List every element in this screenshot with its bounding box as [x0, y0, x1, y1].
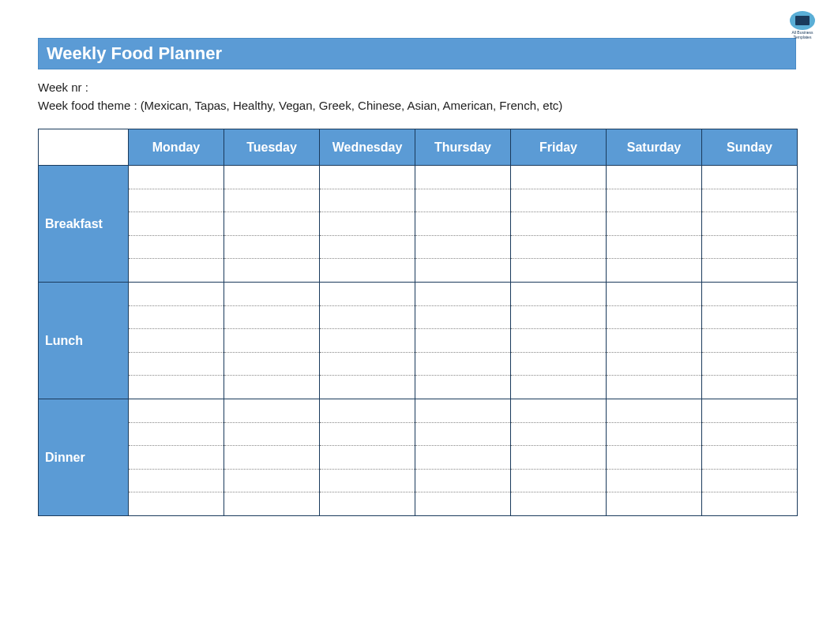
table-row-dinner: Dinner — [39, 399, 798, 516]
cell-breakfast-monday[interactable] — [129, 166, 224, 283]
cell-dinner-saturday[interactable] — [607, 399, 702, 516]
cell-lunch-monday[interactable] — [129, 283, 224, 399]
cell-dinner-sunday[interactable] — [702, 399, 798, 516]
table-row-breakfast: Breakfast — [39, 166, 798, 283]
cell-breakfast-thursday[interactable] — [415, 166, 511, 283]
day-header-sunday: Sunday — [702, 129, 798, 166]
theme-value[interactable]: (Mexican, Tapas, Healthy, Vegan, Greek, … — [141, 97, 563, 115]
meal-label-dinner: Dinner — [39, 399, 129, 516]
week-nr-label: Week nr : — [38, 79, 88, 97]
day-header-tuesday: Tuesday — [224, 129, 320, 166]
cell-lunch-wednesday[interactable] — [320, 283, 415, 399]
cell-lunch-thursday[interactable] — [415, 283, 511, 399]
page-title: Weekly Food Planner — [38, 38, 796, 69]
theme-label: Week food theme : — [38, 97, 137, 115]
cell-dinner-wednesday[interactable] — [320, 399, 415, 516]
meal-label-lunch: Lunch — [39, 283, 129, 399]
cell-breakfast-sunday[interactable] — [702, 166, 798, 283]
cell-dinner-tuesday[interactable] — [224, 399, 320, 516]
day-header-saturday: Saturday — [607, 129, 702, 166]
cell-dinner-monday[interactable] — [129, 399, 224, 516]
cell-lunch-sunday[interactable] — [702, 283, 798, 399]
cell-breakfast-saturday[interactable] — [607, 166, 702, 283]
cell-lunch-tuesday[interactable] — [224, 283, 320, 399]
brand-text-2: Templates — [794, 36, 812, 39]
cell-dinner-friday[interactable] — [511, 399, 607, 516]
cell-lunch-friday[interactable] — [511, 283, 607, 399]
day-header-monday: Monday — [129, 129, 224, 166]
laptop-icon — [790, 11, 815, 30]
day-header-wednesday: Wednesday — [320, 129, 415, 166]
table-row-lunch: Lunch — [39, 283, 798, 399]
table-corner — [39, 129, 129, 166]
meal-label-breakfast: Breakfast — [39, 166, 129, 283]
planner-table: Monday Tuesday Wednesday Thursday Friday… — [38, 129, 798, 516]
day-header-friday: Friday — [511, 129, 607, 166]
cell-dinner-thursday[interactable] — [415, 399, 511, 516]
day-header-thursday: Thursday — [415, 129, 511, 166]
cell-breakfast-wednesday[interactable] — [320, 166, 415, 283]
brand-logo: All Business Templates — [788, 11, 817, 39]
cell-breakfast-tuesday[interactable] — [224, 166, 320, 283]
cell-lunch-saturday[interactable] — [607, 283, 702, 399]
cell-breakfast-friday[interactable] — [511, 166, 607, 283]
meta-section: Week nr : Week food theme : (Mexican, Ta… — [38, 79, 796, 114]
